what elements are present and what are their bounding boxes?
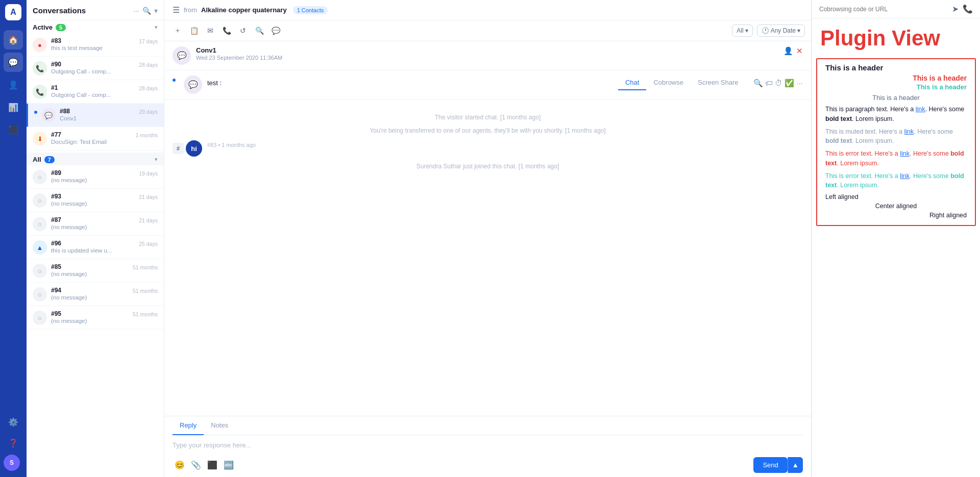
para2-link[interactable]: link <box>904 128 914 135</box>
reply-input[interactable]: Type your response here... <box>173 435 803 453</box>
nav-home[interactable]: 🏠 <box>4 30 23 49</box>
date-filter[interactable]: 🕐 Any Date ▾ <box>757 24 805 37</box>
phone-icon[interactable]: 📞 <box>219 23 234 38</box>
conv-preview: DocuSign: Test Email <box>51 139 132 145</box>
list-item[interactable]: ○ #93 (no message) 21 days <box>27 189 164 212</box>
active-text: Active <box>33 23 53 31</box>
conv-preview: Conv1 <box>60 115 135 121</box>
conv1-icons: 👤 ✕ <box>783 46 803 56</box>
all-chevron[interactable]: ▾ <box>155 156 158 163</box>
translate-icon[interactable]: 🔤 <box>222 458 236 472</box>
plugin-header-bar: ➤ 📞 <box>812 0 980 18</box>
list-item[interactable]: ○ #87 (no message) 21 days <box>27 212 164 236</box>
chat-tool-icon[interactable]: 💬 <box>268 23 283 38</box>
conv-time: 28 days <box>139 62 158 68</box>
hamburger-icon[interactable]: ☰ <box>173 5 180 15</box>
active-section-header[interactable]: Active 5 ▾ <box>27 20 164 33</box>
conv1-info: Conv1 Wed 23 September 2020 11:36AM <box>196 46 778 61</box>
tab-chat[interactable]: Chat <box>618 76 646 90</box>
layout-icon[interactable]: ⬛ <box>205 458 219 472</box>
nav-logo[interactable]: A <box>5 4 21 20</box>
list-item[interactable]: ● #83 this is test message 17 days <box>27 33 164 57</box>
list-item[interactable]: 📞 #90 Outgoing Call - comp... 28 days <box>27 57 164 80</box>
tab-screen-share[interactable]: Screen Share <box>691 76 746 90</box>
list-item[interactable]: ○ #94 (no message) 51 months <box>27 283 164 306</box>
list-item[interactable]: ○ #95 (no message) 51 months <box>27 306 164 330</box>
list-item[interactable]: ○ #89 (no message) 19 days <box>27 165 164 189</box>
all-section-header[interactable]: All 7 ▾ <box>27 153 164 165</box>
messages-area: The visitor started chat. [1 months ago]… <box>164 99 811 416</box>
search-tool-icon[interactable]: 🔍 <box>252 23 266 38</box>
chevron-down-icon[interactable]: ▾ <box>154 7 158 15</box>
conv-preview: this is test message <box>51 45 135 51</box>
active-chevron[interactable]: ▾ <box>155 24 158 31</box>
date-chevron: ▾ <box>797 27 800 34</box>
para1-bold: bold text <box>825 115 852 122</box>
tag-icon[interactable]: 🏷 <box>765 79 773 87</box>
nav-help[interactable]: ❓ <box>4 433 23 453</box>
emoji-icon[interactable]: 😊 <box>173 458 187 472</box>
conv-id: #95 <box>51 310 129 317</box>
email-icon[interactable]: ✉ <box>203 23 217 38</box>
user-circle-icon[interactable]: 👤 <box>783 46 793 56</box>
nav-reports[interactable]: 📊 <box>4 97 23 117</box>
conv1-entry: 💬 Conv1 Wed 23 September 2020 11:36AM 👤 … <box>164 41 811 70</box>
para3-link[interactable]: link <box>900 150 910 157</box>
conv-time: 51 months <box>133 288 158 294</box>
list-item[interactable]: ⬇ #77 DocuSign: Test Email 1 months <box>27 127 164 150</box>
plugin-header1: This is a header <box>825 63 967 72</box>
conv-id: #87 <box>51 216 135 223</box>
plugin-content: This is a header This is a header This i… <box>816 58 976 226</box>
reply-area: Reply Notes Type your response here... 😊… <box>164 416 811 477</box>
nav-conversations[interactable]: 💬 <box>4 53 23 72</box>
add-button[interactable]: ＋ <box>170 23 185 38</box>
conv-time: 17 days <box>139 38 158 44</box>
conv-body: #87 (no message) <box>51 216 135 230</box>
search-icon[interactable]: 🔍 <box>142 7 151 15</box>
checklist-icon[interactable]: ✅ <box>785 79 794 88</box>
nav-widgets[interactable]: ⬛ <box>4 120 23 139</box>
cobrowse-input[interactable] <box>819 6 948 13</box>
list-item[interactable]: 📞 #1 Outgoing Call - comp... 28 days <box>27 80 164 104</box>
list-item[interactable]: ▲ #96 this is updated view u... 25 days <box>27 236 164 259</box>
person-search-icon[interactable]: 🔍 <box>753 79 763 88</box>
tab-cobrowse[interactable]: Cobrowse <box>646 76 691 90</box>
phone-cobrowse-icon[interactable]: 📞 <box>963 4 973 14</box>
conv-body: #96 this is updated view u... <box>51 240 135 254</box>
send-expand-button[interactable]: ▲ <box>788 457 803 473</box>
list-item[interactable]: ○ #85 (no message) 51 months <box>27 259 164 283</box>
more-icon[interactable]: ··· <box>796 79 803 87</box>
send-arrow-icon[interactable]: ➤ <box>952 4 959 14</box>
para4-link[interactable]: link <box>900 172 910 180</box>
reply-placeholder: Type your response here... <box>173 441 252 449</box>
conv1-avatar: 💬 <box>173 46 191 65</box>
notes-tab[interactable]: Notes <box>204 416 235 435</box>
reply-tab[interactable]: Reply <box>173 416 204 435</box>
nav-settings[interactable]: ⚙️ <box>4 412 23 432</box>
reply-footer: 😊 📎 ⬛ 🔤 Send ▲ <box>173 453 803 477</box>
plugin-header2: This is a header <box>825 74 967 82</box>
send-button[interactable]: Send <box>753 457 787 473</box>
attachment-icon[interactable]: 📎 <box>189 458 203 472</box>
conv2-avatar: 💬 <box>184 76 202 94</box>
conv2-content: test : Chat Cobrowse Screen Share 🔍 🏷 ⏱ … <box>207 76 803 90</box>
conv-icon: ○ <box>33 170 47 184</box>
timer-icon[interactable]: ⏱ <box>775 79 782 87</box>
conv-id: #94 <box>51 287 129 294</box>
message-meta: #83 • 1 months ago <box>207 142 256 148</box>
nav-avatar[interactable]: S <box>4 455 20 471</box>
conv-preview: (no message) <box>51 294 129 300</box>
more-options-icon[interactable]: ··· <box>133 7 139 15</box>
conv-preview: (no message) <box>51 177 135 183</box>
close-icon[interactable]: ✕ <box>796 46 803 56</box>
clipboard-icon[interactable]: 📋 <box>187 23 201 38</box>
conv-id: #89 <box>51 169 135 177</box>
nav-contacts[interactable]: 👤 <box>4 75 23 94</box>
plugin-para1: This is paragraph text. Here's a link. H… <box>825 105 967 124</box>
refresh-icon[interactable]: ↺ <box>236 23 250 38</box>
all-label: All 7 <box>33 156 55 163</box>
para3-bold: bold text <box>825 150 964 167</box>
all-filter[interactable]: All ▾ <box>732 24 752 37</box>
para1-link[interactable]: link <box>916 106 925 113</box>
list-item[interactable]: 💬 #88 Conv1 29 days <box>27 104 164 127</box>
